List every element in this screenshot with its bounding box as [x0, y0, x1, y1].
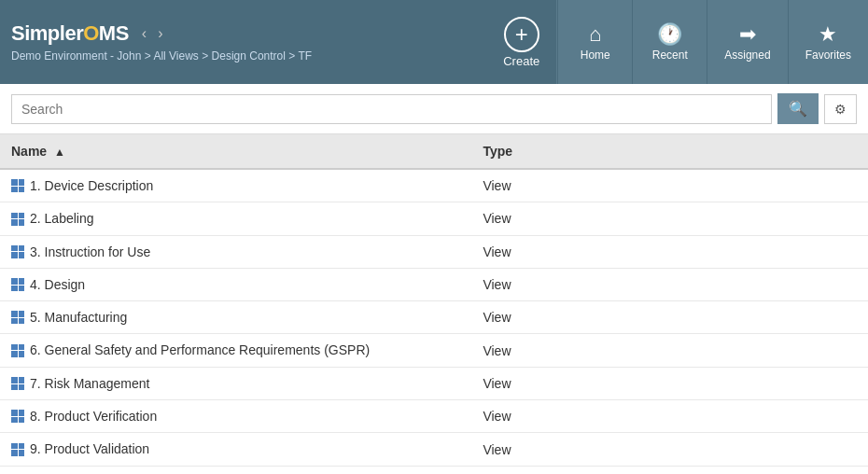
create-icon: +: [504, 17, 539, 52]
cell-type: View: [471, 169, 623, 202]
row-grid-icon: [11, 377, 24, 390]
cell-type: View: [471, 235, 623, 268]
assigned-label: Assigned: [724, 49, 770, 62]
row-grid-icon: [11, 245, 24, 258]
home-label: Home: [581, 49, 610, 62]
table-row[interactable]: 10. Post-Market Surveillance (PMS)View: [0, 466, 868, 474]
col-name-header[interactable]: Name ▲: [0, 134, 471, 169]
search-input[interactable]: [11, 94, 772, 124]
cell-name[interactable]: 4. Design: [0, 268, 471, 300]
search-icon: 🔍: [789, 101, 807, 117]
table-header-row: Name ▲ Type: [0, 134, 868, 169]
cell-name[interactable]: 9. Product Validation: [0, 433, 471, 466]
home-button[interactable]: ⌂ Home: [557, 0, 632, 84]
favorites-button[interactable]: ★ Favorites: [788, 0, 868, 84]
cell-extra: [623, 367, 868, 399]
app-header: SimplerOMS ‹ › Demo Environment - John >…: [0, 0, 868, 84]
row-grid-icon: [11, 311, 24, 324]
home-icon: ⌂: [589, 22, 601, 47]
cell-name[interactable]: 2. Labeling: [0, 202, 471, 235]
main-table: Name ▲ Type 1. Device DescriptionView2. …: [0, 134, 868, 474]
cell-type: View: [471, 367, 623, 399]
cell-name[interactable]: 8. Product Verification: [0, 400, 471, 433]
nav-forward-button[interactable]: ›: [154, 23, 166, 44]
create-button[interactable]: + Create: [486, 0, 557, 84]
col-extra-header: [623, 134, 868, 169]
filter-icon: ⚙: [834, 102, 847, 117]
row-grid-icon: [11, 213, 24, 226]
cell-type: View: [471, 400, 623, 433]
table-row[interactable]: 2. LabelingView: [0, 202, 868, 235]
cell-name[interactable]: 1. Device Description: [0, 169, 471, 202]
cell-type: View: [471, 202, 623, 235]
row-grid-icon: [11, 443, 24, 456]
recent-icon: 🕐: [657, 22, 682, 47]
create-label: Create: [503, 54, 539, 68]
col-type-header[interactable]: Type: [471, 134, 623, 169]
table-row[interactable]: 4. DesignView: [0, 268, 868, 300]
table-body: 1. Device DescriptionView2. LabelingView…: [0, 169, 868, 474]
nav-arrows: ‹ ›: [138, 23, 167, 44]
nav-buttons: ⌂ Home 🕐 Recent ➡ Assigned ★ Favorites: [557, 0, 868, 84]
search-bar: 🔍 ⚙: [0, 84, 868, 134]
table-row[interactable]: 1. Device DescriptionView: [0, 169, 868, 202]
table-row[interactable]: 3. Instruction for UseView: [0, 235, 868, 268]
table-row[interactable]: 8. Product VerificationView: [0, 400, 868, 433]
nav-back-button[interactable]: ‹: [138, 23, 150, 44]
cell-extra: [623, 169, 868, 202]
cell-name[interactable]: 5. Manufacturing: [0, 301, 471, 334]
cell-name[interactable]: 7. Risk Management: [0, 367, 471, 399]
table-container: Name ▲ Type 1. Device DescriptionView2. …: [0, 134, 868, 474]
cell-name[interactable]: 10. Post-Market Surveillance (PMS): [0, 466, 471, 474]
breadcrumb: Demo Environment - John > All Views > De…: [11, 49, 475, 63]
cell-extra: [623, 268, 868, 300]
favorites-icon: ★: [819, 22, 837, 47]
cell-type: View: [471, 334, 623, 367]
search-button[interactable]: 🔍: [777, 93, 819, 124]
logo-area: SimplerOMS ‹ › Demo Environment - John >…: [0, 0, 486, 84]
favorites-label: Favorites: [805, 49, 851, 62]
assigned-button[interactable]: ➡ Assigned: [707, 0, 787, 84]
assigned-icon: ➡: [739, 22, 756, 47]
table-row[interactable]: 9. Product ValidationView: [0, 433, 868, 466]
cell-extra: [623, 202, 868, 235]
recent-button[interactable]: 🕐 Recent: [632, 0, 707, 84]
cell-name[interactable]: 6. General Safety and Performance Requir…: [0, 334, 471, 367]
recent-label: Recent: [652, 49, 688, 62]
cell-extra: [623, 466, 868, 474]
row-grid-icon: [11, 278, 24, 291]
app-logo: SimplerOMS: [11, 21, 129, 46]
cell-name[interactable]: 3. Instruction for Use: [0, 235, 471, 268]
cell-type: View: [471, 466, 623, 474]
row-grid-icon: [11, 179, 24, 192]
cell-type: View: [471, 301, 623, 334]
table-row[interactable]: 6. General Safety and Performance Requir…: [0, 334, 868, 367]
cell-extra: [623, 400, 868, 433]
row-grid-icon: [11, 344, 24, 357]
cell-extra: [623, 433, 868, 466]
cell-extra: [623, 334, 868, 367]
table-row[interactable]: 7. Risk ManagementView: [0, 367, 868, 399]
row-grid-icon: [11, 410, 24, 423]
cell-extra: [623, 301, 868, 334]
cell-type: View: [471, 268, 623, 300]
cell-extra: [623, 235, 868, 268]
sort-arrow: ▲: [54, 146, 65, 159]
filter-button[interactable]: ⚙: [824, 94, 857, 124]
cell-type: View: [471, 433, 623, 466]
table-row[interactable]: 5. ManufacturingView: [0, 301, 868, 334]
